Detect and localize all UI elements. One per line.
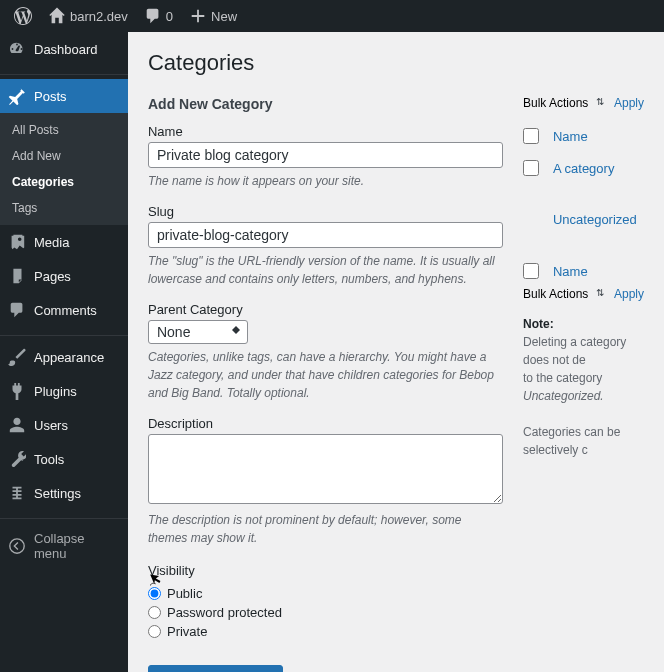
category-link[interactable]: A category: [553, 161, 614, 176]
main-content: Categories Add New Category Name The nam…: [128, 32, 664, 672]
visibility-private-radio[interactable]: [148, 625, 161, 638]
visibility-password-radio[interactable]: [148, 606, 161, 619]
user-icon: [8, 416, 26, 434]
visibility-label: Visibility: [148, 561, 503, 580]
menu-separator: [0, 514, 128, 519]
page-title: Categories: [148, 50, 644, 76]
menu-appearance[interactable]: Appearance: [0, 340, 128, 374]
form-heading: Add New Category: [148, 96, 503, 112]
bulk-actions-top[interactable]: Bulk Actions: [523, 96, 604, 110]
new-link[interactable]: New: [181, 0, 245, 32]
parent-description: Categories, unlike tags, can have a hier…: [148, 348, 503, 402]
collapse-menu[interactable]: Collapse menu: [0, 523, 128, 569]
select-all-checkbox[interactable]: [523, 128, 539, 144]
name-input[interactable]: [148, 142, 503, 168]
menu-posts-label: Posts: [34, 89, 67, 104]
select-all-checkbox[interactable]: [523, 263, 539, 279]
site-link[interactable]: barn2.dev: [40, 0, 136, 32]
menu-settings-label: Settings: [34, 486, 81, 501]
parent-select[interactable]: None: [148, 320, 248, 344]
dashboard-icon: [8, 40, 26, 58]
submenu-categories[interactable]: Categories: [0, 169, 128, 195]
name-label: Name: [148, 124, 503, 139]
apply-bottom[interactable]: Apply: [614, 287, 644, 301]
table-footer: Name: [523, 255, 644, 287]
menu-dashboard-label: Dashboard: [34, 42, 98, 57]
submit-button[interactable]: Add New Category: [148, 665, 283, 672]
wrench-icon: [8, 450, 26, 468]
menu-plugins-label: Plugins: [34, 384, 77, 399]
menu-tools[interactable]: Tools: [0, 442, 128, 476]
menu-media-label: Media: [34, 235, 69, 250]
table-row: A category: [523, 152, 644, 184]
brush-icon: [8, 348, 26, 366]
menu-users-label: Users: [34, 418, 68, 433]
visibility-public-radio[interactable]: [148, 587, 161, 600]
submenu-all-posts[interactable]: All Posts: [0, 117, 128, 143]
sliders-icon: [8, 484, 26, 502]
plus-icon: [189, 7, 207, 25]
menu-tools-label: Tools: [34, 452, 64, 467]
menu-pages[interactable]: Pages: [0, 259, 128, 293]
menu-appearance-label: Appearance: [34, 350, 104, 365]
site-name: barn2.dev: [70, 9, 128, 24]
comments-link[interactable]: 0: [136, 0, 181, 32]
description-label: Description: [148, 416, 503, 431]
home-icon: [48, 7, 66, 25]
visibility-private[interactable]: Private: [148, 622, 503, 641]
slug-input[interactable]: [148, 222, 503, 248]
header-name[interactable]: Name: [553, 129, 588, 144]
menu-separator: [0, 331, 128, 336]
category-link[interactable]: Uncategorized: [553, 212, 637, 227]
menu-comments-label: Comments: [34, 303, 97, 318]
table-header: Name: [523, 120, 644, 152]
new-label: New: [211, 9, 237, 24]
visibility-password[interactable]: Password protected: [148, 603, 503, 622]
name-description: The name is how it appears on your site.: [148, 172, 503, 190]
menu-settings[interactable]: Settings: [0, 476, 128, 510]
pin-icon: [8, 87, 26, 105]
row-checkbox[interactable]: [523, 160, 539, 176]
comments-count: 0: [166, 9, 173, 24]
menu-posts[interactable]: Posts: [0, 79, 128, 113]
menu-users[interactable]: Users: [0, 408, 128, 442]
page-icon: [8, 267, 26, 285]
collapse-icon: [8, 537, 26, 555]
submenu-add-new[interactable]: Add New: [0, 143, 128, 169]
description-input[interactable]: [148, 434, 503, 504]
posts-submenu: All Posts Add New Categories Tags: [0, 113, 128, 225]
wp-logo[interactable]: [6, 0, 40, 32]
menu-comments[interactable]: Comments: [0, 293, 128, 327]
slug-label: Slug: [148, 204, 503, 219]
category-list: Bulk Actions Apply Name A category Uncat…: [523, 96, 644, 672]
wordpress-icon: [14, 7, 32, 25]
bulk-actions-bottom[interactable]: Bulk Actions: [523, 287, 604, 301]
submenu-tags[interactable]: Tags: [0, 195, 128, 221]
svg-point-0: [10, 539, 24, 553]
comment-icon: [144, 7, 162, 25]
menu-plugins[interactable]: Plugins: [0, 374, 128, 408]
menu-pages-label: Pages: [34, 269, 71, 284]
description-description: The description is not prominent by defa…: [148, 511, 503, 547]
menu-dashboard[interactable]: Dashboard: [0, 32, 128, 66]
slug-description: The "slug" is the URL-friendly version o…: [148, 252, 503, 288]
admin-sidebar: Dashboard Posts All Posts Add New Catego…: [0, 32, 128, 672]
comments-icon: [8, 301, 26, 319]
admin-toolbar: barn2.dev 0 New: [0, 0, 664, 32]
add-category-form: Add New Category Name The name is how it…: [148, 96, 503, 672]
menu-media[interactable]: Media: [0, 225, 128, 259]
menu-separator: [0, 70, 128, 75]
footer-name[interactable]: Name: [553, 264, 588, 279]
visibility-public[interactable]: Public: [148, 584, 503, 603]
parent-label: Parent Category: [148, 302, 503, 317]
delete-note: Note: Deleting a category does not de to…: [523, 315, 644, 459]
collapse-label: Collapse menu: [34, 531, 120, 561]
apply-top[interactable]: Apply: [614, 96, 644, 110]
media-icon: [8, 233, 26, 251]
plug-icon: [8, 382, 26, 400]
table-row: Uncategorized: [523, 184, 644, 255]
